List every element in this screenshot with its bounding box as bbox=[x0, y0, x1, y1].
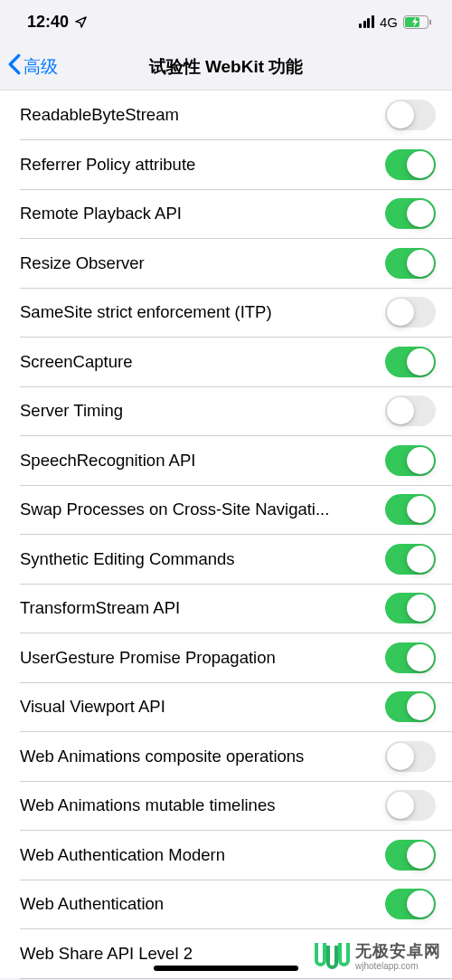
settings-row: SpeechRecognition API bbox=[0, 436, 452, 486]
toggle-switch[interactable] bbox=[385, 544, 436, 575]
settings-row: Remote Playback API bbox=[0, 189, 452, 239]
battery-icon bbox=[403, 15, 432, 29]
toggle-switch[interactable] bbox=[385, 100, 436, 130]
setting-label: Visual Viewport API bbox=[20, 697, 165, 717]
watermark-logo-icon bbox=[315, 946, 350, 969]
page-title: 试验性 WebKit 功能 bbox=[149, 55, 304, 79]
watermark-name: 无极安卓网 bbox=[355, 943, 441, 961]
setting-label: Synthetic Editing Commands bbox=[20, 549, 235, 569]
settings-row: Web Animations composite operations bbox=[0, 732, 452, 782]
settings-row: Resize Observer bbox=[0, 239, 452, 289]
settings-row: Visual Viewport API bbox=[0, 682, 452, 732]
toggle-switch[interactable] bbox=[385, 445, 436, 476]
setting-label: Server Timing bbox=[20, 401, 123, 421]
setting-label: Web Authentication bbox=[20, 894, 164, 914]
toggle-switch[interactable] bbox=[385, 494, 436, 525]
nav-bar: 高级 试验性 WebKit 功能 bbox=[0, 43, 452, 90]
toggle-switch[interactable] bbox=[385, 840, 436, 871]
setting-label: Web Share API Level 2 bbox=[20, 944, 193, 964]
status-left: 12:40 bbox=[27, 13, 88, 32]
toggle-switch[interactable] bbox=[385, 889, 436, 919]
status-bar: 12:40 4G bbox=[0, 0, 452, 43]
toggle-switch[interactable] bbox=[385, 790, 436, 821]
settings-row: Synthetic Editing Commands bbox=[0, 535, 452, 585]
settings-row: Referrer Policy attribute bbox=[0, 140, 452, 190]
setting-label: ScreenCapture bbox=[20, 352, 132, 372]
settings-row: Web Authentication Modern bbox=[0, 831, 452, 880]
settings-row: Web Animations mutable timelines bbox=[0, 781, 452, 831]
settings-row: ReadableByteStream bbox=[0, 90, 452, 140]
toggle-switch[interactable] bbox=[385, 395, 436, 426]
status-right: 4G bbox=[359, 14, 432, 30]
watermark-url: wjhotelapp.com bbox=[355, 961, 441, 971]
toggle-switch[interactable] bbox=[385, 642, 436, 673]
back-button[interactable]: 高级 bbox=[7, 53, 58, 80]
status-time: 12:40 bbox=[27, 13, 69, 32]
settings-row: TransformStream API bbox=[0, 584, 452, 633]
location-icon bbox=[74, 15, 88, 29]
setting-label: Web Animations mutable timelines bbox=[20, 795, 275, 815]
setting-label: Swap Processes on Cross-Site Navigati... bbox=[20, 500, 329, 519]
setting-label: TransformStream API bbox=[20, 598, 180, 618]
settings-row: SameSite strict enforcement (ITP) bbox=[0, 288, 452, 338]
setting-label: SameSite strict enforcement (ITP) bbox=[20, 302, 272, 322]
chevron-left-icon bbox=[7, 53, 22, 80]
svg-rect-2 bbox=[429, 19, 431, 24]
toggle-switch[interactable] bbox=[385, 149, 436, 180]
watermark: 无极安卓网 wjhotelapp.com bbox=[315, 943, 441, 971]
toggle-switch[interactable] bbox=[385, 593, 436, 623]
setting-label: Web Animations composite operations bbox=[20, 747, 304, 766]
setting-label: Resize Observer bbox=[20, 253, 145, 273]
toggle-switch[interactable] bbox=[385, 347, 436, 377]
signal-icon bbox=[359, 15, 374, 28]
setting-label: Referrer Policy attribute bbox=[20, 155, 195, 175]
toggle-switch[interactable] bbox=[385, 248, 436, 279]
settings-row: UserGesture Promise Propagation bbox=[0, 633, 452, 683]
setting-label: ReadableByteStream bbox=[20, 105, 179, 125]
settings-row: ScreenCapture bbox=[0, 338, 452, 387]
toggle-switch[interactable] bbox=[385, 741, 436, 772]
setting-label: SpeechRecognition API bbox=[20, 451, 195, 471]
setting-label: Remote Playback API bbox=[20, 204, 182, 224]
settings-row: Web Authentication bbox=[0, 880, 452, 929]
watermark-text: 无极安卓网 wjhotelapp.com bbox=[355, 943, 441, 971]
setting-label: Web Authentication Modern bbox=[20, 845, 225, 865]
settings-row: Server Timing bbox=[0, 386, 452, 436]
home-indicator[interactable] bbox=[154, 966, 298, 971]
network-label: 4G bbox=[380, 14, 398, 30]
settings-row: Swap Processes on Cross-Site Navigati... bbox=[0, 485, 452, 535]
toggle-switch[interactable] bbox=[385, 297, 436, 328]
setting-label: UserGesture Promise Propagation bbox=[20, 648, 276, 668]
toggle-switch[interactable] bbox=[385, 198, 436, 229]
settings-list: ReadableByteStreamReferrer Policy attrib… bbox=[0, 90, 452, 978]
toggle-switch[interactable] bbox=[385, 691, 436, 722]
back-label: 高级 bbox=[24, 55, 58, 79]
